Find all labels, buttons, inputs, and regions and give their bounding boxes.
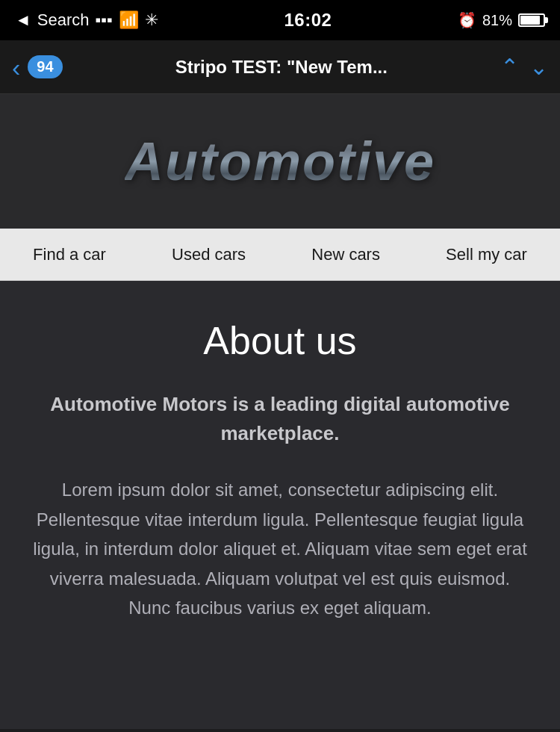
time-display: 16:02 bbox=[284, 10, 332, 31]
nav-menu-new-cars[interactable]: New cars bbox=[304, 229, 388, 280]
status-bar: ◄ Search ▪▪▪ 📶 ✳ 16:02 ⏰ 81% bbox=[0, 0, 560, 40]
nav-badge-count[interactable]: 94 bbox=[28, 55, 62, 78]
logo-area: Automotive bbox=[0, 94, 560, 229]
main-content: About us Automotive Motors is a leading … bbox=[0, 281, 560, 729]
nav-left-group: ‹ 94 bbox=[12, 55, 63, 80]
nav-arrows-group: ⌃ ⌄ bbox=[500, 56, 548, 78]
navigation-bar: ‹ 94 Stripo TEST: "New Tem... ⌃ ⌄ bbox=[0, 40, 560, 94]
brand-logo: Automotive bbox=[125, 131, 435, 192]
status-left: ◄ Search ▪▪▪ 📶 ✳ bbox=[15, 10, 158, 30]
back-arrow-status: ◄ bbox=[15, 10, 31, 30]
wifi-icon: 📶 bbox=[119, 10, 139, 30]
battery-percent: 81% bbox=[482, 12, 512, 29]
status-right: ⏰ 81% bbox=[458, 11, 545, 29]
alarm-icon: ⏰ bbox=[458, 11, 476, 29]
about-body-text: Lorem ipsum dolor sit amet, consectetur … bbox=[30, 475, 530, 623]
about-title: About us bbox=[30, 318, 530, 363]
signal-icon: ▪▪▪ bbox=[96, 10, 113, 30]
nav-bar-title: Stripo TEST: "New Tem... bbox=[63, 57, 500, 78]
nav-menu-used-cars[interactable]: Used cars bbox=[164, 229, 253, 280]
navigate-up-button[interactable]: ⌃ bbox=[500, 56, 519, 78]
back-button[interactable]: ‹ bbox=[12, 55, 20, 80]
carrier-label: Search bbox=[37, 10, 90, 30]
nav-menu-find-car[interactable]: Find a car bbox=[25, 229, 113, 280]
sync-icon: ✳ bbox=[145, 10, 158, 30]
navigate-down-button[interactable]: ⌄ bbox=[529, 56, 548, 78]
nav-menu: Find a car Used cars New cars Sell my ca… bbox=[0, 229, 560, 281]
battery-icon bbox=[518, 13, 545, 27]
about-tagline: Automotive Motors is a leading digital a… bbox=[30, 390, 530, 448]
nav-menu-sell-car[interactable]: Sell my car bbox=[438, 229, 535, 280]
